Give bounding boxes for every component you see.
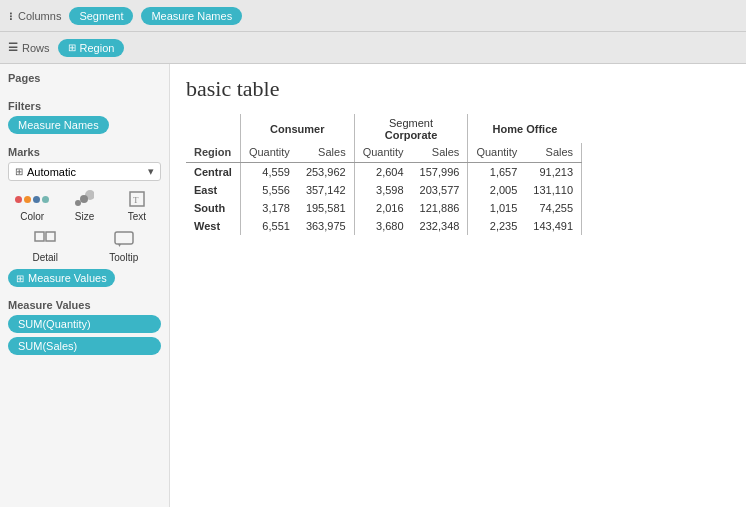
corp-sales-header: Sales [412,143,468,163]
ho-qty-cell: 1,015 [468,199,525,217]
svg-rect-5 [35,232,44,241]
region-cell: West [186,217,240,235]
dot-blue [33,196,40,203]
mv-pills-list: SUM(Quantity) SUM(Sales) [8,315,161,355]
size-button[interactable]: Size [60,187,108,222]
ho-qty-cell: 2,235 [468,217,525,235]
segment-pill[interactable]: Segment [69,7,133,25]
color-label: Color [20,211,44,222]
c-qty-cell: 5,556 [240,181,297,199]
text-icon: T [123,187,151,211]
pages-label: Pages [8,72,161,84]
home-office-group-header: Home Office [468,114,582,143]
measure-values-mark-pill[interactable]: ⊞ Measure Values [8,269,115,287]
table-row: West 6,551 363,975 3,680 232,348 2,235 1… [186,217,582,235]
dot-red [15,196,22,203]
text-label: Text [128,211,146,222]
mv-pill-icon: ⊞ [16,273,24,284]
segment-col-header: Segment Corporate [354,114,468,143]
corp-sales-cell: 157,996 [412,163,468,182]
sum-sales-pill[interactable]: SUM(Sales) [8,337,161,355]
table-row: Central 4,559 253,962 2,604 157,996 1,65… [186,163,582,182]
size-icon [70,187,98,211]
left-panel: Pages Filters Measure Names Marks ⊞ Auto… [0,64,170,507]
c-qty-header: Quantity [240,143,297,163]
region-cell: South [186,199,240,217]
corp-qty-cell: 3,598 [354,181,411,199]
corp-qty-header: Quantity [354,143,411,163]
columns-toolbar: ⫶ Columns Segment Measure Names [0,0,746,32]
columns-icon: ⫶ [8,10,14,22]
corp-sales-cell: 203,577 [412,181,468,199]
tooltip-button[interactable]: Tooltip [87,228,162,263]
color-icon [18,187,46,211]
ho-qty-header: Quantity [468,143,525,163]
rows-label: ☰ Rows [8,41,50,54]
marks-buttons-grid: Color Size [8,187,161,222]
marks-type-icon: ⊞ [15,166,23,177]
svg-point-0 [75,200,81,206]
filters-section: Filters Measure Names [8,100,161,134]
corp-qty-cell: 2,604 [354,163,411,182]
ho-sales-cell: 74,255 [525,199,581,217]
c-sales-cell: 357,142 [298,181,354,199]
data-table: Consumer Segment Corporate Home Office R… [186,114,582,235]
segment-header-row: Consumer Segment Corporate Home Office [186,114,582,143]
measure-values-mark-row: ⊞ Measure Values [8,269,161,287]
region-header-cell: Region [186,143,240,163]
ho-sales-header: Sales [525,143,581,163]
pages-section: Pages [8,72,161,88]
c-sales-cell: 195,581 [298,199,354,217]
c-qty-cell: 4,559 [240,163,297,182]
svg-rect-7 [115,232,133,244]
marks-type-label: Automatic [27,166,76,178]
ho-sales-cell: 131,110 [525,181,581,199]
detail-button[interactable]: Detail [8,228,83,263]
filters-label: Filters [8,100,161,112]
tooltip-icon [110,228,138,252]
region-col-empty [186,114,240,143]
table-row: South 3,178 195,581 2,016 121,886 1,015 … [186,199,582,217]
marks-section: Marks ⊞ Automatic ▾ Color [8,146,161,287]
svg-text:T: T [133,195,139,205]
ho-sales-cell: 91,213 [525,163,581,182]
region-cell: East [186,181,240,199]
detail-label: Detail [32,252,58,263]
region-cell: Central [186,163,240,182]
tooltip-label: Tooltip [109,252,138,263]
svg-marker-8 [118,244,121,247]
svg-rect-6 [46,232,55,241]
color-button[interactable]: Color [8,187,56,222]
region-pill[interactable]: ⊞ Region [58,39,125,57]
dropdown-chevron-icon: ▾ [148,165,154,178]
table-row: East 5,556 357,142 3,598 203,577 2,005 1… [186,181,582,199]
chart-content-area: basic table Consumer Segment Corporate H… [170,64,746,507]
dot-orange [24,196,31,203]
table-body: Central 4,559 253,962 2,604 157,996 1,65… [186,163,582,236]
corp-qty-cell: 2,016 [354,199,411,217]
measure-names-columns-pill[interactable]: Measure Names [141,7,242,25]
rows-toolbar: ☰ Rows ⊞ Region [0,32,746,64]
c-sales-cell: 363,975 [298,217,354,235]
columns-label: ⫶ Columns [8,10,61,22]
measure-values-section-label: Measure Values [8,299,161,311]
corp-sales-cell: 232,348 [412,217,468,235]
detail-icon [31,228,59,252]
filters-measure-names-pill[interactable]: Measure Names [8,116,109,134]
ho-qty-cell: 1,657 [468,163,525,182]
measure-values-section: Measure Values SUM(Quantity) SUM(Sales) [8,299,161,355]
column-headers-row: Region Quantity Sales Quantity Sales Qua… [186,143,582,163]
corp-sales-cell: 121,886 [412,199,468,217]
sum-quantity-pill[interactable]: SUM(Quantity) [8,315,161,333]
text-button[interactable]: T Text [113,187,161,222]
c-qty-cell: 6,551 [240,217,297,235]
region-table-icon: ⊞ [68,42,76,53]
marks-detail-tooltip-row: Detail Tooltip [8,228,161,263]
marks-label: Marks [8,146,161,158]
ho-sales-cell: 143,491 [525,217,581,235]
ho-qty-cell: 2,005 [468,181,525,199]
c-sales-cell: 253,962 [298,163,354,182]
c-sales-header: Sales [298,143,354,163]
marks-type-dropdown[interactable]: ⊞ Automatic ▾ [8,162,161,181]
consumer-group-header: Consumer [240,114,354,143]
